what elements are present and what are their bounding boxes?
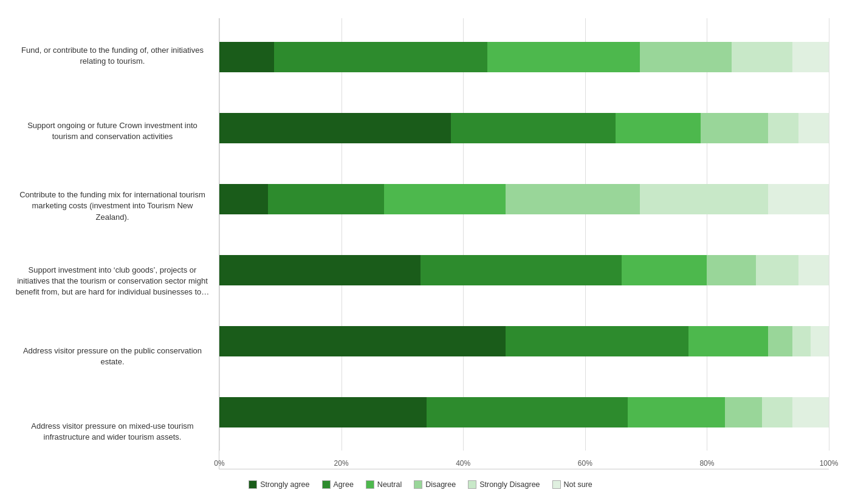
- bar-segment-disagree: [768, 326, 792, 356]
- bar-segment-neutral: [487, 42, 640, 72]
- bar-segment-disagree: [701, 113, 767, 143]
- legend-label-strongly_disagree: Strongly Disagree: [479, 480, 540, 489]
- x-tick-3: 60%: [578, 459, 592, 468]
- bar-segment-disagree: [506, 184, 640, 214]
- chart-area: Fund, or contribute to the funding of, o…: [12, 18, 829, 469]
- bar-segment-neutral: [622, 255, 707, 285]
- chart-container: Fund, or contribute to the funding of, o…: [0, 0, 841, 504]
- bar-segment-strongly_agree: [219, 184, 268, 214]
- legend-item-agree: Agree: [322, 480, 354, 489]
- bar-segment-agree: [451, 113, 616, 143]
- bar-segment-strongly_disagree: [756, 255, 798, 285]
- bar-segment-strongly_agree: [219, 42, 274, 72]
- x-tick-1: 20%: [334, 459, 349, 468]
- legend: Strongly agreeAgreeNeutralDisagreeStrong…: [12, 469, 829, 492]
- legend-label-strongly_agree: Strongly agree: [260, 480, 309, 489]
- bar-label-5: Address visitor pressure on mixed-use to…: [12, 394, 213, 469]
- legend-swatch-strongly_agree: [249, 480, 257, 489]
- bar-segment-not_sure: [768, 184, 829, 214]
- bar-segment-not_sure: [792, 42, 829, 72]
- bar-segment-strongly_disagree: [732, 42, 792, 72]
- legend-item-strongly_disagree: Strongly Disagree: [468, 480, 540, 489]
- legend-label-agree: Agree: [334, 480, 354, 489]
- bar-segment-agree: [427, 397, 628, 427]
- x-tick-5: 100%: [820, 459, 839, 468]
- legend-swatch-not_sure: [552, 480, 561, 489]
- legend-label-neutral: Neutral: [377, 480, 402, 489]
- legend-swatch-agree: [322, 480, 331, 489]
- bar-segment-disagree: [725, 397, 761, 427]
- bar-row-5: [219, 397, 829, 427]
- grid-line: [829, 18, 829, 451]
- legend-item-strongly_agree: Strongly agree: [249, 480, 309, 489]
- bar-segment-not_sure: [798, 113, 829, 143]
- labels-column: Fund, or contribute to the funding of, o…: [12, 18, 219, 469]
- bars-wrapper: [219, 18, 829, 451]
- bar-segment-strongly_disagree: [768, 113, 798, 143]
- bar-segment-not_sure: [792, 397, 829, 427]
- bar-row-3: [219, 255, 829, 285]
- bar-segment-strongly_disagree: [640, 184, 768, 214]
- legend-label-not_sure: Not sure: [564, 480, 592, 489]
- bar-segment-neutral: [628, 397, 725, 427]
- x-tick-2: 40%: [456, 459, 470, 468]
- x-tick-4: 80%: [699, 459, 714, 468]
- bar-segment-strongly_disagree: [762, 397, 792, 427]
- bar-label-3: Support investment into ‘club goods’, pr…: [12, 243, 213, 319]
- bars-column: 0%20%40%60%80%100%: [219, 18, 829, 469]
- bar-label-1: Support ongoing or future Crown investme…: [12, 94, 213, 169]
- bar-segment-neutral: [688, 326, 767, 356]
- bar-row-4: [219, 326, 829, 356]
- bar-segment-strongly_agree: [219, 255, 420, 285]
- legend-item-disagree: Disagree: [414, 480, 456, 489]
- bar-segment-disagree: [640, 42, 731, 72]
- bar-segment-strongly_agree: [219, 326, 506, 356]
- bar-segment-disagree: [707, 255, 755, 285]
- bar-segment-neutral: [616, 113, 701, 143]
- bar-row-2: [219, 184, 829, 214]
- bar-segment-strongly_disagree: [792, 326, 811, 356]
- x-tick-0: 0%: [214, 459, 224, 468]
- bar-segment-neutral: [384, 184, 506, 214]
- legend-item-neutral: Neutral: [366, 480, 402, 489]
- bar-segment-strongly_agree: [219, 113, 451, 143]
- bar-segment-agree: [268, 184, 384, 214]
- bar-segment-strongly_agree: [219, 397, 427, 427]
- x-axis: 0%20%40%60%80%100%: [219, 451, 829, 469]
- bar-segment-not_sure: [798, 255, 829, 285]
- legend-swatch-disagree: [414, 480, 422, 489]
- bar-label-0: Fund, or contribute to the funding of, o…: [12, 18, 213, 94]
- bar-segment-agree: [274, 42, 487, 72]
- bar-row-0: [219, 42, 829, 72]
- bar-label-4: Address visitor pressure on the public c…: [12, 319, 213, 394]
- bar-segment-agree: [420, 255, 622, 285]
- bar-segment-not_sure: [811, 326, 829, 356]
- legend-swatch-strongly_disagree: [468, 480, 476, 489]
- bar-row-1: [219, 113, 829, 143]
- legend-swatch-neutral: [366, 480, 374, 489]
- bar-label-2: Contribute to the funding mix for intern…: [12, 169, 213, 244]
- legend-item-not_sure: Not sure: [552, 480, 592, 489]
- legend-label-disagree: Disagree: [425, 480, 456, 489]
- bar-segment-agree: [506, 326, 688, 356]
